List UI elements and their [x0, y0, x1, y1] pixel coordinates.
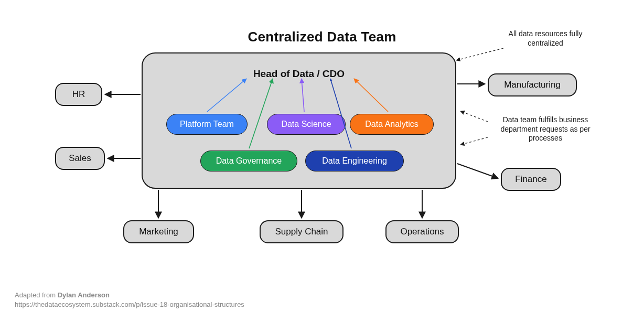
dash-note-mid-2: [460, 137, 488, 145]
credit-url: https://thedataecosystem.substack.com/p/…: [15, 300, 244, 308]
arrow-to-finance: [457, 164, 498, 178]
team-platform: Platform Team: [166, 114, 248, 135]
team-data-science: Data Science: [267, 114, 346, 135]
note-requests: Data team fulfills business department r…: [488, 115, 603, 143]
dept-sales: Sales: [55, 147, 105, 170]
dash-note-top: [456, 48, 503, 60]
note-centralized: All data resources fully centralized: [493, 29, 598, 48]
dept-hr: HR: [55, 83, 102, 106]
team-data-engineering: Data Engineering: [305, 151, 404, 171]
head-of-data-label: Head of Data / CDO: [143, 68, 455, 80]
source-credit: Adapted from Dylan Anderson https://thed…: [15, 291, 244, 309]
dept-supply-chain: Supply Chain: [260, 220, 344, 243]
dash-note-mid-1: [460, 111, 488, 122]
team-data-governance: Data Governance: [200, 151, 297, 171]
credit-prefix: Adapted from: [15, 291, 58, 299]
central-data-team-box: Head of Data / CDO Platform Team Data Sc…: [142, 52, 456, 189]
dept-operations: Operations: [385, 220, 459, 243]
team-data-analytics: Data Analytics: [350, 114, 434, 135]
dept-manufacturing: Manufacturing: [488, 73, 577, 96]
credit-author: Dylan Anderson: [58, 291, 110, 299]
dept-finance: Finance: [501, 168, 561, 191]
dept-marketing: Marketing: [123, 220, 194, 243]
